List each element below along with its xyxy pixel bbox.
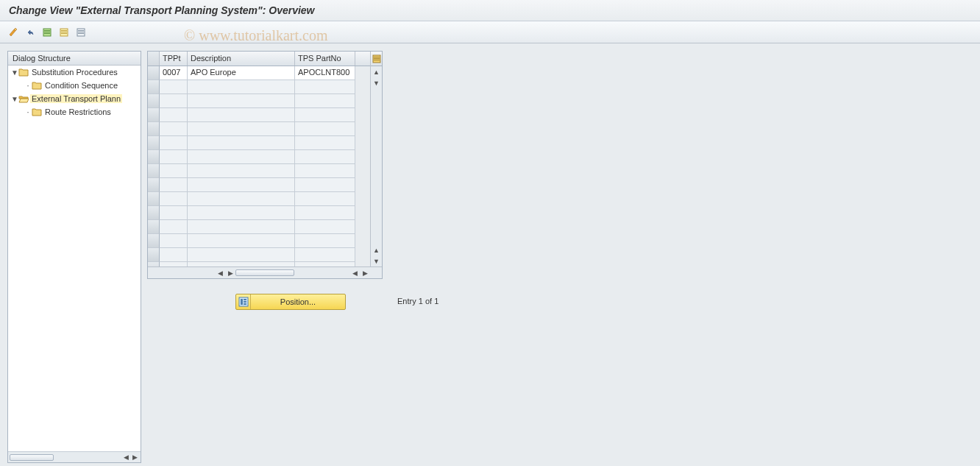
cell-empty[interactable] [188, 178, 295, 192]
cell-empty[interactable] [295, 206, 355, 220]
table-row-empty[interactable] [148, 94, 370, 108]
expand-toggle-icon[interactable]: ▼ [11, 95, 18, 103]
cell-empty[interactable] [160, 178, 188, 192]
row-selector[interactable] [148, 192, 160, 206]
row-selector[interactable] [148, 66, 160, 80]
row-selector[interactable] [148, 164, 160, 178]
cell-empty[interactable] [160, 80, 188, 94]
scroll-right-icon[interactable]: ▶ [225, 269, 235, 277]
table-row-empty[interactable] [148, 108, 370, 122]
cell-description[interactable]: APO Europe [188, 66, 295, 80]
cell-empty[interactable] [295, 136, 355, 150]
tree-item-external-transport-plann[interactable]: ▼ External Transport Plann [8, 92, 141, 105]
cell-empty[interactable] [295, 94, 355, 108]
cell-empty[interactable] [188, 192, 295, 206]
row-selector[interactable] [148, 234, 160, 248]
table-row-empty[interactable] [148, 164, 370, 178]
cell-empty[interactable] [160, 192, 188, 206]
cell-empty[interactable] [188, 164, 295, 178]
cell-empty[interactable] [160, 108, 188, 122]
table-vscrollbar[interactable]: ▲ ▼ ▲ ▼ [370, 52, 382, 266]
sidebar-hscrollbar[interactable]: ◀ ▶ [8, 451, 141, 462]
table-hscrollbar[interactable]: ◀ ▶ ◀ ▶ [148, 266, 382, 278]
row-selector[interactable] [148, 178, 160, 192]
row-selector[interactable] [148, 220, 160, 234]
cell-empty[interactable] [188, 94, 295, 108]
cell-empty[interactable] [188, 220, 295, 234]
table-settings-icon[interactable] [371, 52, 382, 66]
scroll-right-icon[interactable]: ▶ [360, 269, 370, 277]
expand-toggle-icon[interactable]: ▼ [11, 68, 18, 77]
select-all-icon[interactable] [40, 25, 54, 40]
table-row-empty[interactable] [148, 192, 370, 206]
table-row-empty[interactable] [148, 178, 370, 192]
cell-empty[interactable] [295, 234, 355, 248]
row-selector[interactable] [148, 108, 160, 122]
table-row-empty[interactable] [148, 248, 370, 262]
undo-icon[interactable] [23, 25, 38, 40]
cell-empty[interactable] [160, 150, 188, 164]
cell-empty[interactable] [295, 122, 355, 136]
cell-empty[interactable] [188, 108, 295, 122]
cell-empty[interactable] [160, 94, 188, 108]
scroll-up-icon[interactable]: ▲ [371, 244, 382, 255]
scroll-down-icon[interactable]: ▼ [371, 255, 382, 266]
cell-empty[interactable] [295, 150, 355, 164]
column-header-description[interactable]: Description [188, 52, 295, 66]
cell-empty[interactable] [160, 234, 188, 248]
cell-tppt[interactable]: 0007 [160, 66, 188, 80]
table-row-empty[interactable] [148, 206, 370, 220]
cell-empty[interactable] [160, 220, 188, 234]
row-selector[interactable] [148, 94, 160, 108]
column-header-tps-partno[interactable]: TPS PartNo [295, 52, 355, 66]
tree-item-condition-sequence[interactable]: · Condition Sequence [8, 79, 141, 92]
scroll-down-icon[interactable]: ▼ [371, 77, 382, 88]
scroll-right-icon[interactable]: ▶ [130, 453, 139, 461]
table-row-empty[interactable] [148, 80, 370, 94]
row-selector[interactable] [148, 80, 160, 94]
select-block-icon[interactable] [57, 25, 71, 40]
scroll-up-icon[interactable]: ▲ [371, 66, 382, 77]
cell-empty[interactable] [188, 136, 295, 150]
cell-empty[interactable] [295, 108, 355, 122]
cell-empty[interactable] [295, 80, 355, 94]
row-selector[interactable] [148, 122, 160, 136]
scrollbar-thumb[interactable] [10, 454, 54, 461]
cell-empty[interactable] [295, 178, 355, 192]
row-selector-header[interactable] [148, 52, 160, 66]
cell-empty[interactable] [188, 150, 295, 164]
toggle-change-icon[interactable] [6, 25, 21, 40]
scroll-left-icon[interactable]: ◀ [121, 453, 130, 461]
cell-empty[interactable] [295, 220, 355, 234]
row-selector[interactable] [148, 206, 160, 220]
position-button[interactable]: Position... [235, 294, 346, 310]
scrollbar-thumb[interactable] [235, 269, 294, 276]
deselect-all-icon[interactable] [74, 25, 88, 40]
cell-empty[interactable] [295, 248, 355, 262]
tree-item-substitution-procedures[interactable]: ▼ Substitution Procedures [8, 66, 141, 79]
table-row-empty[interactable] [148, 122, 370, 136]
table-row-empty[interactable] [148, 220, 370, 234]
row-selector[interactable] [148, 248, 160, 262]
cell-empty[interactable] [295, 192, 355, 206]
cell-empty[interactable] [188, 122, 295, 136]
cell-empty[interactable] [188, 80, 295, 94]
cell-empty[interactable] [188, 234, 295, 248]
cell-empty[interactable] [188, 248, 295, 262]
cell-tps-partno[interactable]: APOCLNT800 [295, 66, 355, 80]
cell-empty[interactable] [160, 206, 188, 220]
cell-empty[interactable] [160, 248, 188, 262]
row-selector[interactable] [148, 136, 160, 150]
cell-empty[interactable] [188, 206, 295, 220]
table-row-empty[interactable] [148, 234, 370, 248]
table-row[interactable]: 0007 APO Europe APOCLNT800 [148, 66, 370, 80]
cell-empty[interactable] [160, 136, 188, 150]
table-row-empty[interactable] [148, 150, 370, 164]
cell-empty[interactable] [295, 164, 355, 178]
scroll-left-icon[interactable]: ◀ [349, 269, 360, 277]
cell-empty[interactable] [160, 164, 188, 178]
tree-item-route-restrictions[interactable]: · Route Restrictions [8, 105, 141, 119]
row-selector[interactable] [148, 150, 160, 164]
scroll-left-icon[interactable]: ◀ [215, 269, 225, 277]
table-row-empty[interactable] [148, 136, 370, 150]
